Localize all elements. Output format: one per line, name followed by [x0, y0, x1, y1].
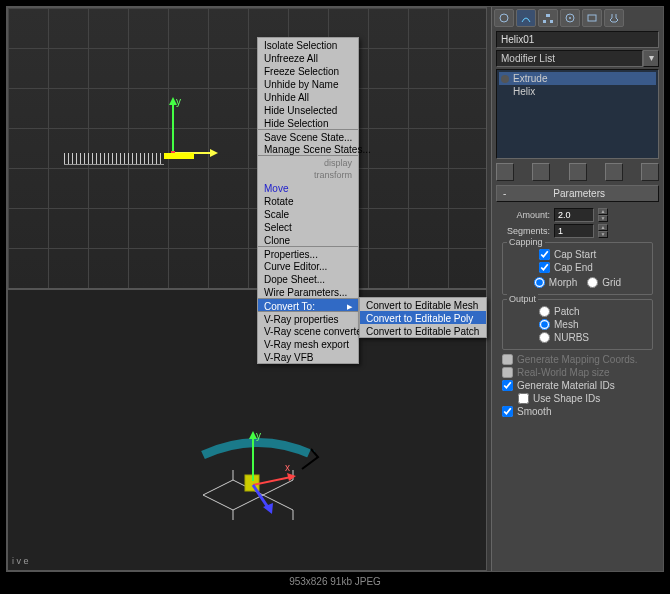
gen-material-check[interactable] [502, 380, 513, 391]
mi-vray-mesh-export[interactable]: V-Ray mesh export [258, 337, 358, 350]
nurbs-radio[interactable] [539, 332, 550, 343]
mi-unfreeze-all[interactable]: Unfreeze All [258, 51, 358, 64]
status-bar: 953x826 91kb JPEG [6, 576, 664, 590]
mi-dope-sheet[interactable]: Dope Sheet... [258, 272, 358, 285]
mi-move[interactable]: Move [258, 181, 358, 194]
cap-start-check[interactable] [539, 249, 550, 260]
bulb-icon[interactable] [501, 75, 509, 83]
segments-input[interactable]: 1 [554, 224, 594, 238]
mi-unhide-name[interactable]: Unhide by Name [258, 77, 358, 90]
command-panel: Helix01 ▾ Extrude Helix -Parameters Amou… [491, 7, 663, 571]
viewport-top[interactable]: y [7, 7, 487, 289]
vp-label: i v e [12, 556, 29, 566]
mi-conv-patch[interactable]: Convert to Editable Patch [360, 324, 486, 337]
mi-save-scene[interactable]: Save Scene State... [258, 129, 358, 142]
mi-clone[interactable]: Clone [258, 233, 358, 246]
grid [8, 8, 486, 288]
mi-manage-scene[interactable]: Manage Scene States... [258, 142, 358, 155]
segments-spinner[interactable]: ▲▼ [598, 224, 608, 238]
stack-buttons [496, 163, 659, 181]
rollout-parameters: -Parameters Amount: 2.0 ▲▼ Segments: 1 ▲… [496, 185, 659, 423]
mi-rotate[interactable]: Rotate [258, 194, 358, 207]
dropdown-arrow-icon[interactable]: ▾ [643, 50, 659, 67]
tab-display-icon[interactable] [582, 9, 602, 27]
viewport-area: y i v e y x [7, 7, 487, 571]
amount-label: Amount: [502, 210, 550, 220]
mi-isolate[interactable]: Isolate Selection [258, 38, 358, 51]
object-helix[interactable] [164, 153, 194, 155]
pin-stack-button[interactable] [496, 163, 514, 181]
mi-curve-editor[interactable]: Curve Editor... [258, 259, 358, 272]
submenu-convert[interactable]: Convert to Editable Mesh Convert to Edit… [359, 297, 487, 338]
svg-marker-11 [287, 473, 296, 481]
svg-rect-17 [543, 20, 546, 23]
svg-rect-16 [546, 14, 550, 17]
app-frame: y i v e y x [6, 6, 664, 572]
modifier-list-combo[interactable]: ▾ [496, 50, 659, 67]
tab-motion-icon[interactable] [560, 9, 580, 27]
unique-button[interactable] [569, 163, 587, 181]
mi-conv-poly[interactable]: Convert to Editable Poly [360, 311, 486, 324]
real-world-check [502, 367, 513, 378]
perspective-gizmo[interactable]: y x [183, 405, 333, 525]
cap-end-check[interactable] [539, 262, 550, 273]
gen-mapping-check [502, 354, 513, 365]
config-button[interactable] [641, 163, 659, 181]
mi-scale[interactable]: Scale [258, 207, 358, 220]
mi-vray-vfb[interactable]: V-Ray VFB [258, 350, 358, 363]
mi-hide-sel[interactable]: Hide Selection [258, 116, 358, 129]
ruler-marker [64, 153, 164, 165]
mi-vray-scene-conv[interactable]: V-Ray scene converter [258, 324, 358, 337]
object-name-field[interactable]: Helix01 [496, 31, 659, 48]
rollout-header[interactable]: -Parameters [496, 185, 659, 202]
mi-display-header: display [258, 155, 358, 168]
capping-group: Capping [507, 237, 545, 247]
tab-hierarchy-icon[interactable] [538, 9, 558, 27]
use-shape-check[interactable] [518, 393, 529, 404]
amount-spinner[interactable]: ▲▼ [598, 208, 608, 222]
svg-point-15 [500, 14, 508, 22]
output-group: Output [507, 294, 538, 304]
show-end-button[interactable] [532, 163, 550, 181]
mi-conv-mesh[interactable]: Convert to Editable Mesh [360, 298, 486, 311]
amount-input[interactable]: 2.0 [554, 208, 594, 222]
mi-vray-prop[interactable]: V-Ray properties [258, 311, 358, 324]
svg-text:y: y [176, 96, 181, 107]
mi-freeze-sel[interactable]: Freeze Selection [258, 64, 358, 77]
grid-radio[interactable] [587, 277, 598, 288]
svg-rect-21 [588, 15, 596, 21]
tab-utilities-icon[interactable] [604, 9, 624, 27]
smooth-check[interactable] [502, 406, 513, 417]
mi-unhide-all[interactable]: Unhide All [258, 90, 358, 103]
mesh-radio[interactable] [539, 319, 550, 330]
mi-hide-unsel[interactable]: Hide Unselected [258, 103, 358, 116]
svg-marker-4 [210, 149, 218, 157]
tab-modify-icon[interactable] [516, 9, 536, 27]
stack-helix[interactable]: Helix [499, 85, 656, 98]
patch-radio[interactable] [539, 306, 550, 317]
mi-convert-to[interactable]: Convert To: [258, 298, 358, 311]
mi-select[interactable]: Select [258, 220, 358, 233]
svg-text:x: x [285, 462, 290, 473]
context-menu[interactable]: Isolate Selection Unfreeze All Freeze Se… [257, 37, 359, 364]
stack-extrude[interactable]: Extrude [499, 72, 656, 85]
panel-tabs [492, 7, 663, 29]
svg-rect-18 [550, 20, 553, 23]
tab-create-icon[interactable] [494, 9, 514, 27]
remove-mod-button[interactable] [605, 163, 623, 181]
mi-transform-header: transform [258, 168, 358, 181]
svg-point-20 [569, 17, 571, 19]
svg-text:y: y [256, 430, 261, 441]
modifier-list-input[interactable] [496, 50, 643, 67]
morph-radio[interactable] [534, 277, 545, 288]
mi-properties[interactable]: Properties... [258, 246, 358, 259]
modifier-stack[interactable]: Extrude Helix [496, 69, 659, 159]
mi-wire-params[interactable]: Wire Parameters... [258, 285, 358, 298]
segments-label: Segments: [502, 226, 550, 236]
